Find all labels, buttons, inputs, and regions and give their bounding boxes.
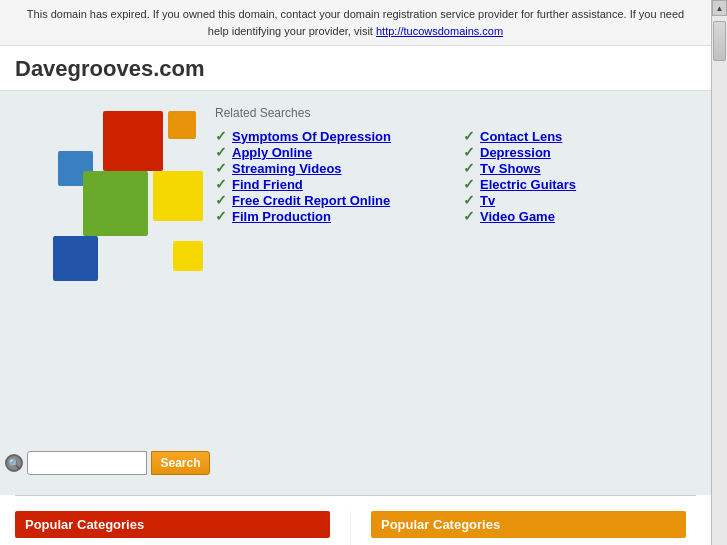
search-link-row: ✓ Tv Shows: [463, 160, 691, 176]
notification-bar: This domain has expired. If you owned th…: [0, 0, 711, 46]
checkmark-icon: ✓: [215, 176, 227, 192]
domain-title: Davegrooves.com: [15, 56, 696, 82]
search-link-row: ✓ Streaming Videos: [215, 160, 443, 176]
checkmark-icon: ✓: [215, 144, 227, 160]
square-yellow: [153, 171, 203, 221]
checkmark-icon: ✓: [215, 128, 227, 144]
square-red: [103, 111, 163, 171]
checkmark-icon: ✓: [463, 176, 475, 192]
notification-text: This domain has expired. If you owned th…: [27, 8, 684, 37]
links-grid: ✓ Symptoms Of Depression ✓ Apply Online …: [215, 128, 691, 224]
related-label: Related Searches: [215, 106, 691, 120]
search-link-row: ✓ Symptoms Of Depression: [215, 128, 443, 144]
popular-section: Popular Categories Travel Airline Ticket…: [0, 496, 711, 545]
checkmark-icon: ✓: [463, 144, 475, 160]
domain-header: Davegrooves.com: [0, 46, 711, 91]
scroll-thumb[interactable]: [713, 21, 726, 61]
search-link-row: ✓ Electric Guitars: [463, 176, 691, 192]
link-contact-lens[interactable]: Contact Lens: [480, 129, 562, 144]
links-col1: ✓ Symptoms Of Depression ✓ Apply Online …: [215, 128, 443, 224]
logo-area: 🔍 Search: [20, 106, 195, 475]
link-symptoms[interactable]: Symptoms Of Depression: [232, 129, 391, 144]
search-area: 🔍 Search: [5, 451, 209, 475]
checkmark-icon: ✓: [215, 208, 227, 224]
logo-squares: [28, 106, 188, 286]
scrollbar[interactable]: ▲ ▲ ▼: [711, 0, 727, 545]
checkmark-icon: ✓: [463, 192, 475, 208]
related-searches: Related Searches ✓ Symptoms Of Depressio…: [215, 106, 691, 224]
link-electric-guitars[interactable]: Electric Guitars: [480, 177, 576, 192]
square-blue-bottom: [53, 236, 98, 281]
search-link-row: ✓ Find Friend: [215, 176, 443, 192]
links-col2: ✓ Contact Lens ✓ Depression ✓ Tv Shows: [463, 128, 691, 224]
link-apply-online[interactable]: Apply Online: [232, 145, 312, 160]
search-link-row: ✓ Contact Lens: [463, 128, 691, 144]
popular-right: Popular Categories Home Foreclosures Hou…: [351, 511, 696, 545]
square-yellow-small: [173, 241, 203, 271]
link-tv-shows[interactable]: Tv Shows: [480, 161, 541, 176]
search-input[interactable]: [27, 451, 147, 475]
popular-header-right: Popular Categories: [371, 511, 686, 538]
popular-left: Popular Categories Travel Airline Ticket…: [15, 511, 351, 545]
main-section: 🔍 Search Related Searches ✓ Symptoms Of …: [0, 91, 711, 495]
link-film-production[interactable]: Film Production: [232, 209, 331, 224]
search-link-row: ✓ Free Credit Report Online: [215, 192, 443, 208]
scroll-up-arrow[interactable]: ▲: [712, 0, 727, 16]
checkmark-icon: ✓: [463, 160, 475, 176]
checkmark-icon: ✓: [463, 208, 475, 224]
search-link-row: ✓ Apply Online: [215, 144, 443, 160]
link-tv[interactable]: Tv: [480, 193, 495, 208]
search-link-row: ✓ Tv: [463, 192, 691, 208]
square-orange-top: [168, 111, 196, 139]
link-find-friend[interactable]: Find Friend: [232, 177, 303, 192]
link-streaming-videos[interactable]: Streaming Videos: [232, 161, 342, 176]
checkmark-icon: ✓: [215, 160, 227, 176]
search-link-row: ✓ Depression: [463, 144, 691, 160]
link-depression[interactable]: Depression: [480, 145, 551, 160]
search-link-row: ✓ Video Game: [463, 208, 691, 224]
link-video-game[interactable]: Video Game: [480, 209, 555, 224]
square-green: [83, 171, 148, 236]
link-free-credit-report[interactable]: Free Credit Report Online: [232, 193, 390, 208]
checkmark-icon: ✓: [463, 128, 475, 144]
search-button[interactable]: Search: [151, 451, 209, 475]
tucows-link[interactable]: http://tucowsdomains.com: [376, 25, 503, 37]
checkmark-icon: ✓: [215, 192, 227, 208]
popular-header-left: Popular Categories: [15, 511, 330, 538]
search-icon: 🔍: [5, 454, 23, 472]
scroll-track[interactable]: [712, 16, 727, 545]
search-link-row: ✓ Film Production: [215, 208, 443, 224]
